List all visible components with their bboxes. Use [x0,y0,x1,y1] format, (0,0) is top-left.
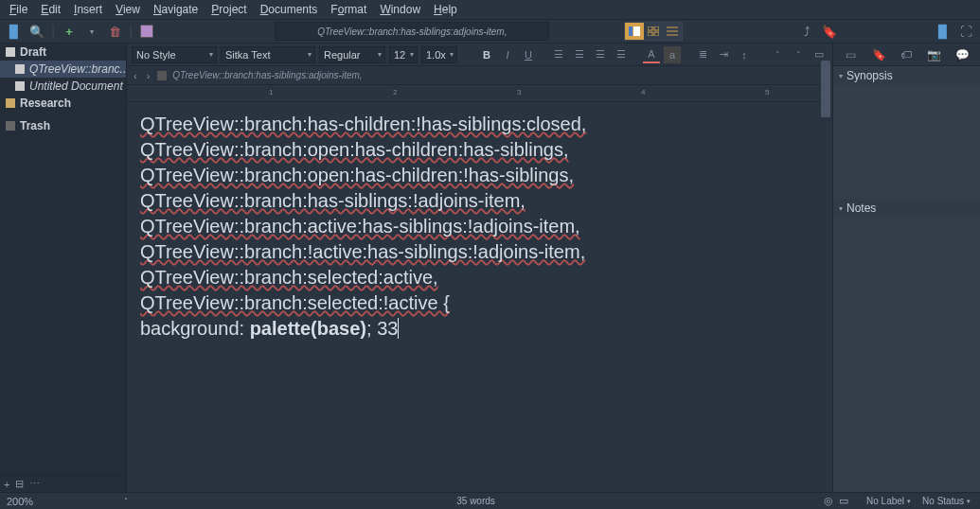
binder-item-trash[interactable]: Trash [0,117,126,134]
underline-button[interactable]: U [520,46,537,63]
nav-back-icon[interactable]: ‹ [132,70,139,81]
status-dropdown[interactable]: No Status▾ [917,496,976,506]
style-combo[interactable]: No Style▾ [132,46,217,63]
notes-body[interactable] [833,218,980,492]
svg-rect-1 [633,26,640,36]
synopsis-header[interactable]: ▾Synopsis [833,66,980,85]
zoom-combo[interactable]: 1.0x▾ [421,46,457,63]
highlight-button[interactable]: a [664,46,681,63]
status-word-count[interactable]: 35 words [131,496,821,506]
status-bar: 200% ˄ 35 words ◎ ▭ No Label▾ No Status▾ [0,492,980,509]
breadcrumb-doc-icon [157,71,167,80]
menu-project[interactable]: Project [205,1,252,18]
menu-format[interactable]: Format [325,1,372,18]
document-title-field[interactable]: QTreeView::branch:has-siblings:adjoins-i… [275,22,549,41]
ruler[interactable]: 1 2 3 4 5 [127,85,832,102]
line-spacing-button[interactable]: ↕ [736,46,753,63]
svg-rect-3 [654,26,659,30]
binder-item-research[interactable]: Research [0,95,126,112]
size-combo[interactable]: 12▾ [389,46,418,63]
label-icon[interactable] [138,23,155,40]
inspector-comments-icon[interactable]: 💬 [954,48,970,61]
align-left-button[interactable]: ☰ [550,46,567,63]
text-color-button[interactable]: A [643,46,660,63]
menu-insert[interactable]: Insert [68,1,108,18]
inspector-bookmarks-icon[interactable]: 🔖 [871,48,886,61]
svg-rect-4 [648,32,652,36]
delete-icon[interactable]: 🗑 [106,23,123,40]
editor-text[interactable]: QTreeView::branch:has-children:!has-sibl… [127,102,832,492]
status-target-icon[interactable]: ◎ [821,495,836,507]
svg-rect-0 [629,26,633,36]
main-area: Draft QTreeView::branc... Untitled Docum… [0,44,980,492]
binder-item-draft[interactable]: Draft [0,44,126,61]
label-dropdown[interactable]: No Label▾ [861,496,917,506]
align-right-button[interactable]: ☰ [592,46,609,63]
scrollbar-thumb[interactable] [821,61,830,117]
expand-icon[interactable]: ⛶ [957,23,974,40]
font-combo[interactable]: Sitka Text▾ [221,46,315,63]
menu-navigate[interactable]: Navigate [148,1,204,18]
bookmark-icon[interactable]: 🔖 [821,23,838,40]
breadcrumb-text[interactable]: QTreeView::branch:has-siblings:adjoins-i… [172,70,362,80]
align-justify-button[interactable]: ☰ [613,46,630,63]
italic-button[interactable]: I [499,46,516,63]
view-editor-button[interactable] [625,23,644,40]
collapse-down-icon[interactable]: ˅ [790,46,807,63]
search-icon[interactable]: 🔍 [28,23,45,40]
indent-button[interactable]: ⇥ [715,46,732,63]
status-zoom-label[interactable]: 200% [4,496,36,507]
view-outliner-button[interactable] [663,23,682,40]
binder-item-untitled[interactable]: Untitled Document [0,78,126,95]
notes-header[interactable]: ▾Notes [833,199,980,218]
format-toolbar: No Style▾ Sitka Text▾ Regular▾ 12▾ 1.0x▾… [127,44,832,66]
editor-scrollbar[interactable] [819,61,832,492]
inspector-toggle-icon[interactable]: ▉ [935,23,952,40]
view-mode-toggle [624,22,683,41]
inspector-snapshots-icon[interactable]: 📷 [927,48,942,61]
binder-add-icon[interactable]: + [4,479,9,490]
binder-toggle-icon[interactable]: ▉ [6,23,23,40]
main-toolbar: ▉ 🔍 | + ▾ 🗑 | QTreeView::branch:has-sibl… [0,19,980,44]
binder-tree: Draft QTreeView::branc... Untitled Docum… [0,44,126,134]
menu-file[interactable]: File [4,1,33,18]
binder-footer: + ⊟ ⋯ [0,475,126,492]
menu-edit[interactable]: Edit [35,1,66,18]
menu-window[interactable]: Window [374,1,426,18]
inspector-notes-icon[interactable]: ▭ [844,48,859,61]
binder-item-active-doc[interactable]: QTreeView::branc... [0,61,126,78]
binder-more-icon[interactable]: ⋯ [29,478,40,490]
menu-bar: File Edit Insert View Navigate Project D… [0,0,980,19]
menu-view[interactable]: View [110,1,146,18]
add-icon[interactable]: + [61,23,78,40]
chevron-up-icon[interactable]: ˄ [121,497,131,505]
binder-collapse-icon[interactable]: ⊟ [15,478,24,490]
menu-help[interactable]: Help [428,1,463,18]
inspector-sidebar: ▭ 🔖 🏷 📷 💬 ▾Synopsis ▾Notes [832,44,980,492]
svg-rect-5 [654,32,659,36]
binder-sidebar: Draft QTreeView::branc... Untitled Docum… [0,44,127,492]
breadcrumb-bar: ‹ › QTreeView::branch:has-siblings:adjoi… [127,66,832,85]
inspector-tabs: ▭ 🔖 🏷 📷 💬 [833,44,980,66]
weight-combo[interactable]: Regular▾ [319,46,385,63]
collapse-up-icon[interactable]: ˄ [769,46,786,63]
menu-documents[interactable]: Documents [255,1,324,18]
view-corkboard-button[interactable] [644,23,663,40]
editor-area: No Style▾ Sitka Text▾ Regular▾ 12▾ 1.0x▾… [127,44,832,492]
bold-button[interactable]: B [478,46,495,63]
synopsis-body[interactable] [833,85,980,199]
compose-icon[interactable]: ⤴ [798,23,815,40]
dropdown-caret-icon[interactable]: ▾ [83,23,100,40]
list-bullet-button[interactable]: ≣ [694,46,711,63]
status-view-icon[interactable]: ▭ [836,495,851,507]
nav-forward-icon[interactable]: › [145,70,152,81]
align-center-button[interactable]: ☰ [571,46,588,63]
inspector-metadata-icon[interactable]: 🏷 [899,48,914,61]
svg-rect-2 [648,26,652,30]
